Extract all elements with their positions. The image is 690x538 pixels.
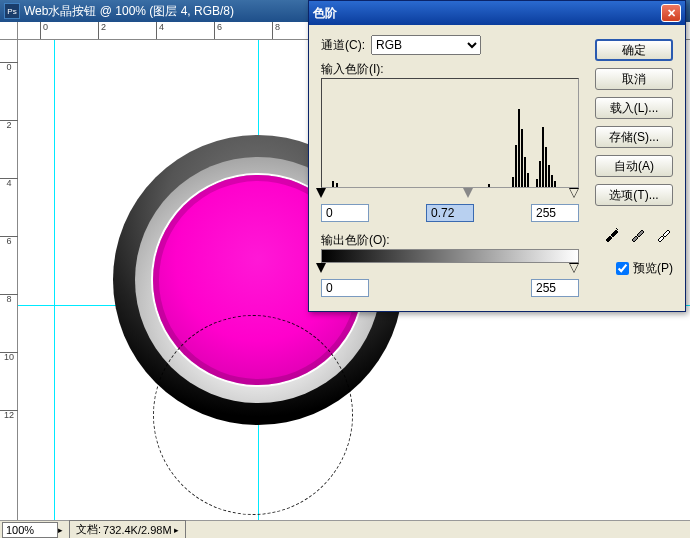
- zoom-menu-icon[interactable]: ▸: [58, 525, 63, 535]
- eyedropper-black-icon[interactable]: [603, 225, 621, 243]
- document-title: Web水晶按钮 @ 100% (图层 4, RGB/8): [24, 3, 234, 20]
- zoom-field[interactable]: 100%: [2, 522, 58, 538]
- input-slider-track: [321, 188, 579, 202]
- eyedropper-white-icon[interactable]: [655, 225, 673, 243]
- ruler-tick: 4: [0, 178, 18, 188]
- output-gradient: [321, 249, 579, 263]
- load-button[interactable]: 载入(L)...: [595, 97, 673, 119]
- output-white-field[interactable]: [531, 279, 579, 297]
- ruler-tick: 8: [272, 22, 280, 40]
- status-bar: 100% ▸ 文档: 732.4K/2.98M ▸: [0, 520, 690, 538]
- save-button[interactable]: 存储(S)...: [595, 126, 673, 148]
- close-button[interactable]: ✕: [661, 4, 681, 22]
- input-white-slider[interactable]: [569, 188, 579, 198]
- dialog-title: 色阶: [313, 5, 337, 22]
- channel-row: 通道(C): RGB: [321, 35, 579, 55]
- ruler-tick: 2: [0, 120, 18, 130]
- preview-label: 预览(P): [633, 260, 673, 277]
- cancel-button[interactable]: 取消: [595, 68, 673, 90]
- input-levels-label: 输入色阶(I):: [321, 61, 573, 78]
- document-info[interactable]: 文档: 732.4K/2.98M ▸: [69, 520, 186, 538]
- preview-checkbox[interactable]: [616, 262, 629, 275]
- ruler-tick: 2: [98, 22, 106, 40]
- input-black-field[interactable]: [321, 204, 369, 222]
- eyedropper-row: [595, 225, 673, 243]
- ruler-origin[interactable]: [0, 22, 18, 40]
- selection-marquee: [153, 315, 353, 515]
- output-level-values: [321, 279, 579, 297]
- ruler-tick: 10: [0, 352, 18, 362]
- dialog-titlebar[interactable]: 色阶 ✕: [309, 1, 685, 25]
- guide-vertical[interactable]: [54, 40, 55, 520]
- histogram[interactable]: [321, 78, 579, 188]
- output-black-slider[interactable]: [316, 263, 326, 273]
- close-icon: ✕: [667, 7, 676, 20]
- ruler-tick: 4: [156, 22, 164, 40]
- output-white-slider[interactable]: [569, 263, 579, 273]
- ok-button[interactable]: 确定: [595, 39, 673, 61]
- info-menu-icon[interactable]: ▸: [174, 525, 179, 535]
- input-white-field[interactable]: [531, 204, 579, 222]
- ruler-tick: 6: [0, 236, 18, 246]
- output-black-field[interactable]: [321, 279, 369, 297]
- ruler-tick: 8: [0, 294, 18, 304]
- options-button[interactable]: 选项(T)...: [595, 184, 673, 206]
- eyedropper-gray-icon[interactable]: [629, 225, 647, 243]
- levels-controls: 通道(C): RGB 输入色阶(I):: [321, 35, 579, 297]
- auto-button[interactable]: 自动(A): [595, 155, 673, 177]
- app-icon: Ps: [4, 3, 20, 19]
- ruler-vertical[interactable]: 0 2 4 6 8 10 12: [0, 40, 18, 520]
- output-slider-track: [321, 263, 579, 277]
- ruler-tick: 0: [40, 22, 48, 40]
- input-level-values: [321, 204, 579, 222]
- preview-row: 预览(P): [595, 260, 673, 277]
- input-gamma-slider[interactable]: [463, 188, 473, 198]
- doc-info-value: 732.4K/2.98M: [103, 524, 172, 536]
- input-gamma-field[interactable]: [426, 204, 474, 222]
- channel-select[interactable]: RGB: [371, 35, 481, 55]
- ruler-tick: 12: [0, 410, 18, 420]
- ruler-tick: 6: [214, 22, 222, 40]
- ruler-tick: 0: [0, 62, 18, 72]
- dialog-body: 通道(C): RGB 输入色阶(I):: [309, 25, 685, 45]
- input-black-slider[interactable]: [316, 188, 326, 198]
- output-levels-label: 输出色阶(O):: [321, 232, 573, 249]
- dialog-buttons: 确定 取消 载入(L)... 存储(S)... 自动(A) 选项(T)... 预…: [595, 39, 673, 277]
- levels-dialog: 色阶 ✕ 通道(C): RGB 输入色阶(I):: [308, 0, 686, 312]
- doc-info-label: 文档:: [76, 522, 101, 537]
- channel-label: 通道(C):: [321, 37, 365, 54]
